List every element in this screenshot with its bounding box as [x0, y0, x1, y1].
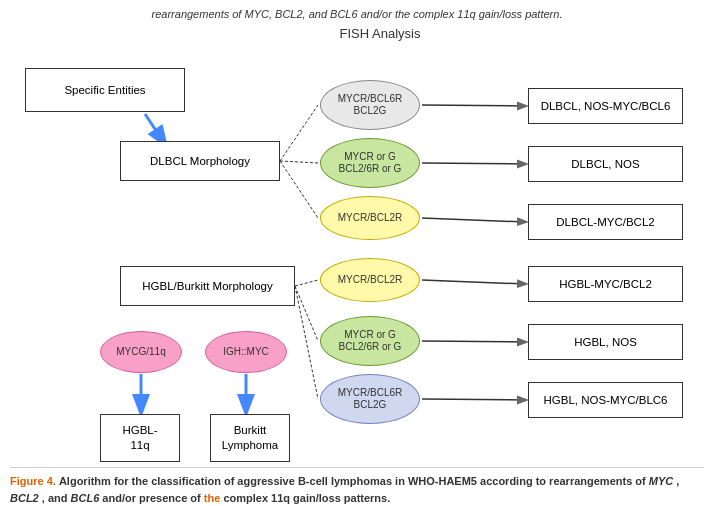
- svg-line-11: [280, 161, 318, 218]
- diagram-area: FISH Analysis: [10, 26, 704, 466]
- result-dlbcl-nos-box: DLBCL, NOS: [528, 146, 683, 182]
- svg-line-5: [422, 341, 526, 342]
- caption-comma1: ,: [676, 475, 679, 487]
- svg-line-3: [422, 218, 526, 222]
- svg-line-12: [295, 280, 318, 286]
- caption-myc: MYC: [649, 475, 673, 487]
- svg-line-4: [422, 280, 526, 284]
- result-hgbl-nos-myc-blc6-box: HGBL, NOS-MYC/BLC6: [528, 382, 683, 418]
- caption-rest: complex 11q gain/loss patterns.: [223, 492, 390, 504]
- dlbcl-morphology-box: DLBCL Morphology: [120, 141, 280, 181]
- oval-mycg-11q: MYCG/11q: [100, 331, 182, 373]
- burkitt-lymphoma-box: BurkittLymphoma: [210, 414, 290, 462]
- oval-mycr-bcl2r-mid: MYCR/BCL2R: [320, 258, 420, 302]
- svg-line-14: [295, 286, 318, 399]
- result-dlbcl-myc-bcl2-box: DLBCL-MYC/BCL2: [528, 204, 683, 240]
- caption-andor: and/or presence of: [102, 492, 203, 504]
- caption-bcl2: BCL2: [10, 492, 39, 504]
- fish-analysis-label: FISH Analysis: [320, 26, 440, 41]
- oval-mycr-bcl6r-bcl2g-2: MYCR/BCL6R BCL2G: [320, 374, 420, 424]
- svg-line-2: [422, 163, 526, 164]
- result-dlbcl-nos-myc-box: DLBCL, NOS-MYC/BCL6: [528, 88, 683, 124]
- svg-line-13: [295, 286, 318, 341]
- caption-text1: Algorithm for the classification of aggr…: [59, 475, 649, 487]
- oval-mycr-bcl2r-top: MYCR/BCL2R: [320, 196, 420, 240]
- caption-comma2: , and: [42, 492, 71, 504]
- caption-figure-label: Figure 4.: [10, 475, 56, 487]
- specific-entities-box: Specific Entities: [25, 68, 185, 112]
- caption: Figure 4. Algorithm for the classificati…: [10, 467, 704, 506]
- hgbl-burkitt-morphology-box: HGBL/Burkitt Morphology: [120, 266, 295, 306]
- result-hgbl-nos-box: HGBL, NOS: [528, 324, 683, 360]
- oval-mycr-g-bcl2-6r-2: MYCR or G BCL2/6R or G: [320, 316, 420, 366]
- svg-line-10: [280, 161, 318, 163]
- hgbl-11q-box: HGBL-11q: [100, 414, 180, 462]
- caption-the: the: [204, 492, 221, 504]
- svg-line-0: [145, 114, 165, 144]
- oval-igh-myc: IGH::MYC: [205, 331, 287, 373]
- caption-bcl6: BCL6: [71, 492, 100, 504]
- svg-line-6: [422, 399, 526, 400]
- top-text: rearrangements of MYC, BCL2, and BCL6 an…: [10, 8, 704, 20]
- page: rearrangements of MYC, BCL2, and BCL6 an…: [0, 0, 714, 506]
- oval-mycr-bcl6r-bcl2g: MYCR/BCL6R BCL2G: [320, 80, 420, 130]
- result-hgbl-myc-bcl2-box: HGBL-MYC/BCL2: [528, 266, 683, 302]
- svg-line-1: [422, 105, 526, 106]
- svg-line-9: [280, 105, 318, 161]
- oval-mycr-g-bcl2-6r: MYCR or G BCL2/6R or G: [320, 138, 420, 188]
